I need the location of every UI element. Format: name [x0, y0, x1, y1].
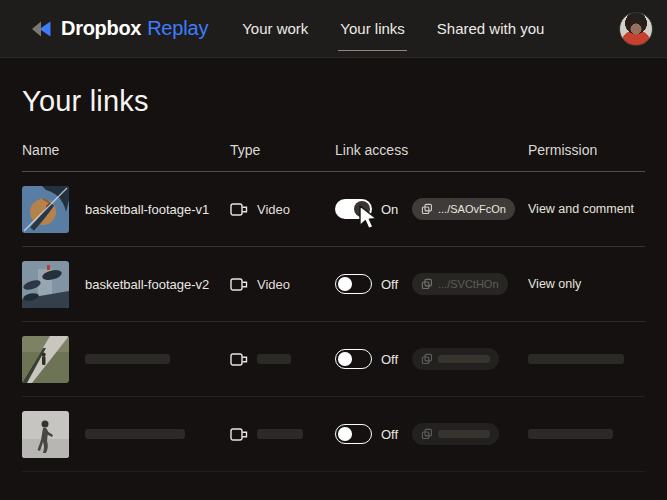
link-access-toggle[interactable] — [335, 349, 372, 369]
file-name[interactable]: basketball-footage-v2 — [85, 277, 230, 292]
table-header: Name Type Link access Permission — [22, 142, 645, 172]
permission-placeholder — [528, 429, 613, 439]
video-thumbnail-road[interactable] — [22, 336, 69, 383]
video-thumbnail-basketball-v1[interactable] — [22, 186, 69, 233]
column-header-permission: Permission — [528, 142, 645, 158]
permission-label[interactable]: View only — [528, 277, 645, 291]
column-header-name: Name — [22, 142, 230, 158]
video-thumbnail-basketball-v2[interactable] — [22, 261, 69, 308]
file-type-label: Video — [257, 202, 290, 217]
permission-label[interactable]: View and comment — [528, 202, 645, 216]
video-camera-icon — [230, 427, 248, 442]
name-placeholder — [85, 429, 185, 439]
copy-link-chip[interactable]: .../SVCtHOn — [412, 273, 508, 295]
column-header-link-access: Link access — [335, 142, 528, 158]
link-placeholder — [438, 430, 490, 438]
table-row: Off — [22, 322, 645, 397]
column-header-type: Type — [230, 142, 335, 158]
avatar[interactable] — [619, 12, 653, 46]
toggle-state-label: Off — [381, 352, 402, 367]
rewind-icon — [30, 18, 53, 40]
copy-icon — [421, 353, 433, 365]
toggle-state-label: Off — [381, 427, 402, 442]
link-placeholder — [438, 355, 490, 363]
file-type-label: Video — [257, 277, 290, 292]
link-access-toggle[interactable] — [335, 199, 372, 219]
file-name[interactable]: basketball-footage-v1 — [85, 202, 230, 217]
toggle-state-label: Off — [381, 277, 402, 292]
link-url-text: .../SAOvFcOn — [438, 203, 506, 215]
copy-icon — [421, 203, 433, 215]
copy-icon — [421, 428, 433, 440]
toggle-state-label: On — [381, 202, 402, 217]
link-access-toggle[interactable] — [335, 274, 372, 294]
name-placeholder — [85, 354, 170, 364]
video-camera-icon — [230, 202, 248, 217]
table-row: Off — [22, 397, 645, 472]
main-content: Your links Name Type Link access Permiss… — [0, 85, 667, 472]
copy-link-chip[interactable] — [412, 348, 499, 370]
logo-brand-text: Dropbox — [61, 17, 141, 40]
dropbox-replay-logo[interactable]: Dropbox Replay — [30, 17, 208, 40]
tab-your-work[interactable]: Your work — [240, 16, 310, 41]
type-placeholder — [257, 354, 291, 364]
copy-link-chip[interactable] — [412, 423, 499, 445]
video-camera-icon — [230, 277, 248, 292]
table-row: basketball-footage-v2 Video Off — [22, 247, 645, 322]
main-nav: Your work Your links Shared with you — [240, 0, 546, 58]
page-title: Your links — [22, 85, 645, 118]
copy-icon — [421, 278, 433, 290]
permission-placeholder — [528, 354, 624, 364]
link-url-text: .../SVCtHOn — [438, 278, 499, 290]
top-bar: Dropbox Replay Your work Your links Shar… — [0, 0, 667, 58]
logo-product-text: Replay — [147, 17, 208, 40]
type-placeholder — [257, 429, 303, 439]
video-camera-icon — [230, 352, 248, 367]
link-access-toggle[interactable] — [335, 424, 372, 444]
tab-shared-with-you[interactable]: Shared with you — [435, 16, 547, 41]
video-thumbnail-runner[interactable] — [22, 411, 69, 458]
tab-your-links[interactable]: Your links — [338, 16, 406, 41]
table-row: basketball-footage-v1 Video On — [22, 172, 645, 247]
copy-link-chip[interactable]: .../SAOvFcOn — [412, 198, 515, 220]
